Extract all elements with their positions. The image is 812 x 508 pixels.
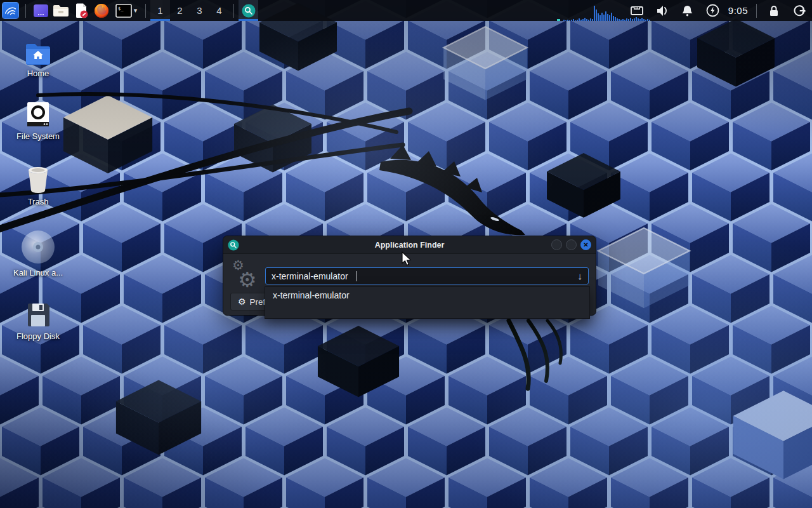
maximize-button[interactable] xyxy=(566,239,577,250)
desktop-icon-floppy-disk[interactable]: Floppy Disk xyxy=(6,298,70,342)
trash-can-icon xyxy=(26,164,50,193)
search-icon xyxy=(242,4,256,18)
text-cursor xyxy=(357,271,357,281)
panel-separator xyxy=(756,4,757,18)
launcher-terminal[interactable]: $_ ▾ xyxy=(112,0,141,21)
close-icon: ✕ xyxy=(583,242,588,248)
firefox-icon xyxy=(94,3,109,18)
folder-icon xyxy=(53,4,69,18)
desktop-icon-kali-linux[interactable]: Kali Linux a... xyxy=(6,229,70,278)
workspace-2[interactable]: 2 xyxy=(170,0,190,21)
volume-icon[interactable] xyxy=(655,0,670,21)
desktop-icon-label: Kali Linux a... xyxy=(13,269,63,278)
launcher-file-manager[interactable] xyxy=(51,0,71,21)
workspace-1[interactable]: 1 xyxy=(150,0,170,21)
system-tray: 9:05 xyxy=(624,0,812,21)
svg-text:$_: $_ xyxy=(118,6,124,11)
gear-icon: ⚙ xyxy=(238,297,246,307)
window-title: Application Finder xyxy=(223,241,596,250)
window-icon-magnifier xyxy=(228,239,239,251)
document-icon xyxy=(74,3,89,18)
application-gears-icon: ⚙ ⚙ xyxy=(232,259,265,296)
command-input-value: x-terminal-emulator xyxy=(272,271,348,281)
lock-screen-icon[interactable] xyxy=(766,0,782,21)
system-load-graph[interactable] xyxy=(557,4,650,21)
notifications-bell-icon[interactable] xyxy=(680,0,695,21)
app-finder-panel-button[interactable] xyxy=(239,0,258,21)
launcher-firefox[interactable] xyxy=(91,0,112,21)
terminal-icon: $_ xyxy=(115,4,132,18)
home-folder-icon xyxy=(25,36,51,65)
desktop-icon-label: Trash xyxy=(28,197,49,207)
desktop-icon-label: Home xyxy=(27,69,49,79)
completion-item[interactable]: x-terminal-emulator xyxy=(265,287,589,304)
desktop-icon-label: File System xyxy=(16,132,60,142)
kali-menu-icon xyxy=(2,2,19,19)
minimize-button[interactable] xyxy=(551,239,562,250)
desktop-icon-trash[interactable]: Trash xyxy=(6,164,70,207)
titlebar[interactable]: Application Finder ✕ xyxy=(223,236,596,254)
command-input[interactable]: x-terminal-emulator ↓ xyxy=(265,267,589,284)
applications-menu-button[interactable] xyxy=(0,0,21,21)
desktop-icon-file-system[interactable]: File System xyxy=(6,98,70,142)
optical-disc-icon xyxy=(21,229,55,264)
chevron-down-icon[interactable]: ▾ xyxy=(134,7,138,14)
completion-popup: x-terminal-emulator xyxy=(265,286,590,319)
clock[interactable]: 9:05 xyxy=(728,5,748,16)
desktop-icon-home[interactable]: Home xyxy=(6,36,70,79)
panel-separator xyxy=(233,4,234,18)
workspace-3[interactable]: 3 xyxy=(190,0,209,21)
power-manager-icon[interactable] xyxy=(705,0,721,21)
desktop-root: { "panel": { "workspaces": ["1", "2", "3… xyxy=(0,0,812,508)
log-out-icon[interactable] xyxy=(792,0,807,21)
window-app-icon xyxy=(33,4,49,18)
close-button[interactable]: ✕ xyxy=(580,239,591,250)
hard-drive-icon xyxy=(25,98,51,128)
floppy-disk-icon xyxy=(25,298,51,328)
launcher-text-editor[interactable] xyxy=(71,0,91,21)
launcher-window-app[interactable] xyxy=(30,0,51,21)
panel-separator xyxy=(145,4,146,18)
dropdown-arrow-icon[interactable]: ↓ xyxy=(578,271,583,281)
top-panel: $_ ▾ 1 2 3 4 xyxy=(0,0,812,21)
desktop-icon-label: Floppy Disk xyxy=(16,332,60,342)
panel-separator xyxy=(25,4,26,18)
workspace-4[interactable]: 4 xyxy=(209,0,229,21)
